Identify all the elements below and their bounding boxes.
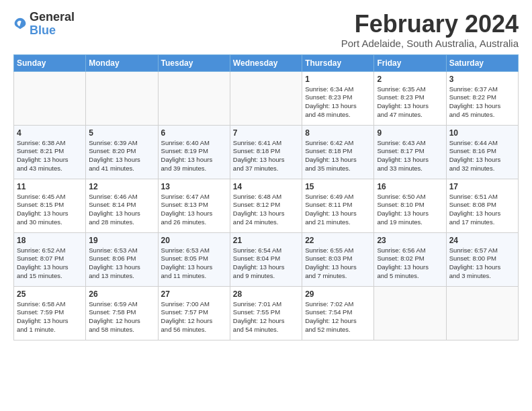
day-number: 20 bbox=[161, 236, 227, 245]
day-info: Sunrise: 6:47 AMSunset: 8:13 PMDaylight:… bbox=[161, 193, 227, 227]
calendar-cell: 19Sunrise: 6:53 AMSunset: 8:06 PMDayligh… bbox=[86, 232, 158, 286]
header-cell-saturday: Saturday bbox=[446, 54, 518, 71]
calendar-cell: 1Sunrise: 6:34 AMSunset: 8:23 PMDaylight… bbox=[302, 71, 374, 125]
calendar-cell: 5Sunrise: 6:39 AMSunset: 8:20 PMDaylight… bbox=[86, 125, 158, 179]
calendar-cell bbox=[374, 286, 446, 340]
day-number: 15 bbox=[305, 182, 371, 191]
day-info: Sunrise: 6:53 AMSunset: 8:05 PMDaylight:… bbox=[161, 246, 227, 281]
calendar-cell: 2Sunrise: 6:35 AMSunset: 8:23 PMDaylight… bbox=[374, 71, 446, 125]
day-info: Sunrise: 6:44 AMSunset: 8:16 PMDaylight:… bbox=[449, 139, 515, 173]
day-info: Sunrise: 6:54 AMSunset: 8:04 PMDaylight:… bbox=[233, 246, 299, 281]
calendar-cell: 16Sunrise: 6:50 AMSunset: 8:10 PMDayligh… bbox=[374, 179, 446, 232]
day-info: Sunrise: 6:37 AMSunset: 8:22 PMDaylight:… bbox=[449, 85, 515, 120]
calendar-cell: 29Sunrise: 7:02 AMSunset: 7:54 PMDayligh… bbox=[302, 286, 374, 340]
calendar-cell: 18Sunrise: 6:52 AMSunset: 8:07 PMDayligh… bbox=[14, 232, 86, 286]
calendar-cell: 25Sunrise: 6:58 AMSunset: 7:59 PMDayligh… bbox=[14, 286, 86, 340]
day-number: 25 bbox=[17, 289, 83, 299]
day-number: 5 bbox=[89, 128, 154, 138]
day-number: 16 bbox=[377, 182, 443, 191]
calendar-cell: 17Sunrise: 6:51 AMSunset: 8:08 PMDayligh… bbox=[446, 179, 518, 232]
day-info: Sunrise: 6:35 AMSunset: 8:23 PMDaylight:… bbox=[377, 85, 443, 120]
calendar-cell: 12Sunrise: 6:46 AMSunset: 8:14 PMDayligh… bbox=[86, 179, 158, 232]
day-number: 8 bbox=[305, 128, 371, 138]
day-info: Sunrise: 6:59 AMSunset: 7:58 PMDaylight:… bbox=[89, 300, 154, 334]
day-info: Sunrise: 6:52 AMSunset: 8:07 PMDaylight:… bbox=[17, 246, 83, 281]
day-number: 18 bbox=[17, 236, 83, 245]
day-number: 24 bbox=[449, 236, 515, 245]
calendar-cell: 21Sunrise: 6:54 AMSunset: 8:04 PMDayligh… bbox=[230, 232, 302, 286]
calendar-cell bbox=[158, 71, 230, 125]
day-info: Sunrise: 6:55 AMSunset: 8:03 PMDaylight:… bbox=[305, 246, 371, 281]
day-info: Sunrise: 7:00 AMSunset: 7:57 PMDaylight:… bbox=[161, 300, 227, 334]
day-info: Sunrise: 6:57 AMSunset: 8:00 PMDaylight:… bbox=[449, 246, 515, 281]
day-info: Sunrise: 6:45 AMSunset: 8:15 PMDaylight:… bbox=[17, 193, 83, 227]
day-info: Sunrise: 7:01 AMSunset: 7:55 PMDaylight:… bbox=[233, 300, 299, 334]
calendar-cell: 7Sunrise: 6:41 AMSunset: 8:18 PMDaylight… bbox=[230, 125, 302, 179]
logo-line1: General bbox=[30, 11, 75, 24]
day-number: 27 bbox=[161, 289, 227, 299]
day-info: Sunrise: 6:53 AMSunset: 8:06 PMDaylight:… bbox=[89, 246, 154, 281]
day-info: Sunrise: 6:49 AMSunset: 8:11 PMDaylight:… bbox=[305, 193, 371, 227]
header-cell-monday: Monday bbox=[86, 54, 158, 71]
calendar-cell bbox=[86, 71, 158, 125]
calendar-cell bbox=[14, 71, 86, 125]
calendar-cell: 9Sunrise: 6:43 AMSunset: 8:17 PMDaylight… bbox=[374, 125, 446, 179]
day-number: 13 bbox=[161, 182, 227, 191]
day-info: Sunrise: 6:42 AMSunset: 8:18 PMDaylight:… bbox=[305, 139, 371, 173]
calendar-cell: 22Sunrise: 6:55 AMSunset: 8:03 PMDayligh… bbox=[302, 232, 374, 286]
day-number: 4 bbox=[17, 128, 83, 138]
calendar-cell: 4Sunrise: 6:38 AMSunset: 8:21 PMDaylight… bbox=[14, 125, 86, 179]
calendar-cell: 10Sunrise: 6:44 AMSunset: 8:16 PMDayligh… bbox=[446, 125, 518, 179]
day-number: 7 bbox=[233, 128, 299, 138]
calendar-cell bbox=[446, 286, 518, 340]
day-info: Sunrise: 6:43 AMSunset: 8:17 PMDaylight:… bbox=[377, 139, 443, 173]
day-info: Sunrise: 7:02 AMSunset: 7:54 PMDaylight:… bbox=[305, 300, 371, 334]
logo-text: General Blue bbox=[30, 11, 75, 38]
logo-icon bbox=[13, 17, 27, 30]
calendar-header: SundayMondayTuesdayWednesdayThursdayFrid… bbox=[14, 54, 519, 71]
day-number: 19 bbox=[89, 236, 154, 245]
day-info: Sunrise: 6:50 AMSunset: 8:10 PMDaylight:… bbox=[377, 193, 443, 227]
day-number: 28 bbox=[233, 289, 299, 299]
week-row-4: 18Sunrise: 6:52 AMSunset: 8:07 PMDayligh… bbox=[14, 232, 519, 286]
day-number: 3 bbox=[449, 75, 515, 84]
day-number: 29 bbox=[305, 289, 371, 299]
calendar-cell: 13Sunrise: 6:47 AMSunset: 8:13 PMDayligh… bbox=[158, 179, 230, 232]
calendar-cell: 8Sunrise: 6:42 AMSunset: 8:18 PMDaylight… bbox=[302, 125, 374, 179]
week-row-1: 1Sunrise: 6:34 AMSunset: 8:23 PMDaylight… bbox=[14, 71, 519, 125]
header-cell-tuesday: Tuesday bbox=[158, 54, 230, 71]
calendar-cell: 24Sunrise: 6:57 AMSunset: 8:00 PMDayligh… bbox=[446, 232, 518, 286]
day-number: 12 bbox=[89, 182, 154, 191]
calendar-cell: 20Sunrise: 6:53 AMSunset: 8:05 PMDayligh… bbox=[158, 232, 230, 286]
day-info: Sunrise: 6:58 AMSunset: 7:59 PMDaylight:… bbox=[17, 300, 83, 334]
day-number: 9 bbox=[377, 128, 443, 138]
week-row-5: 25Sunrise: 6:58 AMSunset: 7:59 PMDayligh… bbox=[14, 286, 519, 340]
day-info: Sunrise: 6:41 AMSunset: 8:18 PMDaylight:… bbox=[233, 139, 299, 173]
calendar-body: 1Sunrise: 6:34 AMSunset: 8:23 PMDaylight… bbox=[14, 71, 519, 340]
calendar-cell: 6Sunrise: 6:40 AMSunset: 8:19 PMDaylight… bbox=[158, 125, 230, 179]
calendar-table: SundayMondayTuesdayWednesdayThursdayFrid… bbox=[13, 54, 519, 340]
calendar-cell: 28Sunrise: 7:01 AMSunset: 7:55 PMDayligh… bbox=[230, 286, 302, 340]
calendar-cell: 26Sunrise: 6:59 AMSunset: 7:58 PMDayligh… bbox=[86, 286, 158, 340]
day-number: 11 bbox=[17, 182, 83, 191]
calendar-cell: 11Sunrise: 6:45 AMSunset: 8:15 PMDayligh… bbox=[14, 179, 86, 232]
calendar-cell: 14Sunrise: 6:48 AMSunset: 8:12 PMDayligh… bbox=[230, 179, 302, 232]
day-number: 10 bbox=[449, 128, 515, 138]
day-info: Sunrise: 6:46 AMSunset: 8:14 PMDaylight:… bbox=[89, 193, 154, 227]
day-info: Sunrise: 6:38 AMSunset: 8:21 PMDaylight:… bbox=[17, 139, 83, 173]
calendar-cell bbox=[230, 71, 302, 125]
logo-line2: Blue bbox=[30, 24, 75, 38]
header: General Blue February 2024 Port Adelaide… bbox=[13, 11, 519, 49]
day-number: 17 bbox=[449, 182, 515, 191]
calendar-cell: 3Sunrise: 6:37 AMSunset: 8:22 PMDaylight… bbox=[446, 71, 518, 125]
day-info: Sunrise: 6:48 AMSunset: 8:12 PMDaylight:… bbox=[233, 193, 299, 227]
day-number: 1 bbox=[305, 75, 371, 84]
day-number: 26 bbox=[89, 289, 154, 299]
day-info: Sunrise: 6:51 AMSunset: 8:08 PMDaylight:… bbox=[449, 193, 515, 227]
week-row-3: 11Sunrise: 6:45 AMSunset: 8:15 PMDayligh… bbox=[14, 179, 519, 232]
day-number: 21 bbox=[233, 236, 299, 245]
day-number: 23 bbox=[377, 236, 443, 245]
calendar-subtitle: Port Adelaide, South Australia, Australi… bbox=[341, 38, 519, 49]
calendar-cell: 15Sunrise: 6:49 AMSunset: 8:11 PMDayligh… bbox=[302, 179, 374, 232]
title-area: February 2024 Port Adelaide, South Austr… bbox=[341, 11, 519, 49]
